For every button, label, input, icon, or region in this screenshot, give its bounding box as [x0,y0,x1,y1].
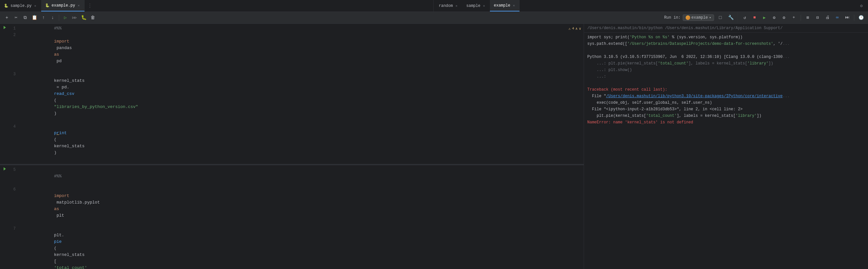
op-bracket1: [ [54,259,57,264]
warning-up[interactable]: ∧ [576,27,578,31]
fn-print: print [54,131,67,135]
tab-close-example[interactable]: ✕ [77,3,81,8]
str-total: 'total_count' [54,265,87,269]
add-right-button[interactable]: + [789,14,798,22]
tab-example-right[interactable]: example ✕ [490,0,520,11]
editor-pane: 1 #%% ⚠ 4 ∧ ∨ 2 i [0,24,584,269]
cell-1-run-button[interactable] [0,24,9,164]
cell-2: 5 #%% 6 import matplotlib.pyplot as plt [0,165,584,269]
delete-button[interactable]: 🗑 [89,14,97,22]
move-up-button[interactable]: ↑ [39,14,48,22]
op-paren: ( [54,98,57,103]
dropdown-arrow: ▾ [709,16,711,20]
out-link-file[interactable]: /Users/denis.mashutin/lib/python3.10/sit… [606,94,783,99]
out-line-python-ver: Python 3.10.5 (v3.10.5:f377153967, Jun 6… [587,54,865,60]
op-p1: ( [54,246,57,251]
tab-close-sample-right[interactable]: ✕ [483,3,486,8]
tab-close-example-right[interactable]: ✕ [512,3,516,8]
alias-plt: plt [54,213,64,218]
right-tab-bar: random ✕ sample ✕ example ✕ ⚙ [433,0,868,11]
tab-close-random[interactable]: ✕ [455,3,458,8]
arg-kernel-stats: kernel_stats [54,144,85,149]
tab-sample-py[interactable]: 🐍 sample.py ✕ [0,0,41,11]
tab-close-sample[interactable]: ✕ [34,3,37,8]
keyword-import: import [54,39,69,44]
run-right-button[interactable]: ▶ [760,14,769,22]
module-name: pandas [54,46,74,50]
paste-button[interactable]: 📋 [30,14,38,22]
stop-button[interactable]: ■ [750,14,759,22]
out-line-prompt3: ...: [587,73,865,80]
str-filename: "libraries_by_python_version.csv" [54,104,138,109]
tab-bar: 🐍 sample.py ✕ 🐍 example.py ✕ ⋮ random ✕ … [0,0,868,12]
out-line-pie-call: plt.pie(kernel_stats['total_count'], lab… [587,113,865,119]
keyword-as2: as [54,207,59,211]
op-assign: = pd. [54,85,69,90]
line-6: 6 import matplotlib.pyplot as plt [9,186,584,225]
line-num-2: 2 [9,32,18,38]
cell-2-lines: 5 #%% 6 import matplotlib.pyplot as plt [9,165,584,269]
cell-1-lines: 1 #%% ⚠ 4 ∧ ∨ 2 i [9,24,584,164]
tab-example-py[interactable]: 🐍 example.py ✕ [41,0,85,11]
indent-button[interactable]: ⊞ [804,14,812,22]
warning-icon: ⚠ [569,27,571,31]
line-3-content: kernel_stats = pd. read_csv ( "libraries… [18,71,584,124]
plt-ref: plt. [54,233,64,238]
line-5-content: #%% [18,167,584,186]
out-line-3 [587,47,865,54]
run-all-right-button[interactable]: ⚙ [770,14,778,22]
copy-button[interactable]: ⧉ [21,14,29,22]
toolbar-left-buttons: + ✂ ⧉ 📋 ↑ ↓ ▷ ▷▷ 🐛 🗑 [3,14,663,22]
settings-right-button[interactable]: ⚙ [780,14,788,22]
toolbar-row: + ✂ ⧉ 📋 ↑ ↓ ▷ ▷▷ 🐛 🗑 Run in: example ▾ □… [0,12,868,24]
history-button[interactable]: 🕐 [857,14,865,22]
out-line-nameerror: NameError: name 'kernel_stats' is not de… [587,119,865,126]
cut-button[interactable]: ✂ [12,14,20,22]
run-cell-button[interactable]: ▷ [61,14,70,22]
camera-button[interactable]: □ [716,14,724,22]
line-7: 7 plt. pie ( kernel_stats [ 'total_count… [9,225,584,269]
output-path: /Users/denis.mashutin/bin/python /Users/… [584,24,868,33]
debug-button[interactable]: 🐛 [80,14,88,22]
warning-down[interactable]: ∨ [579,27,581,31]
var-kernel-stats: kernel_stats [54,78,85,83]
python-icon: 🐍 [4,4,8,8]
keyword-import2: import [54,193,69,198]
cell-warning: ⚠ 4 ∧ ∨ [569,27,584,31]
keyword-as: as [54,52,59,57]
out-line-1: import sys; print('Python %s on %s' % (s… [587,34,865,41]
cell-2-run-button[interactable] [0,165,9,269]
toolbar-separator [59,15,59,21]
more-tabs-icon[interactable]: ⋮ [87,3,92,9]
tab-label: random [439,4,453,8]
outdent-button[interactable]: ⊟ [813,14,822,22]
left-tab-bar: 🐍 sample.py ✕ 🐍 example.py ✕ ⋮ [0,0,433,11]
tab-random[interactable]: random ✕ [435,0,462,11]
kernel-select[interactable]: example ▾ [683,15,714,21]
output-content: import sys; print('Python %s on %s' % (s… [584,33,868,127]
rt-sep2 [854,15,854,21]
op-paren-close: ) [54,111,57,116]
run-all-button[interactable]: ▷▷ [70,14,79,22]
tab-sample[interactable]: sample ✕ [462,0,490,11]
right-tab-actions: ⚙ [858,2,868,10]
line-num-1: 1 [9,25,18,32]
code-editor[interactable]: 1 #%% ⚠ 4 ∧ ∨ 2 i [0,24,584,269]
fn-pie: pie [54,239,61,244]
settings-tool-button[interactable]: 🔧 [726,14,735,22]
tab-label: sample.py [10,4,32,8]
rt-sep1 [801,15,801,21]
fn-read-csv: read_csv [54,91,74,96]
cell-marker-2: #%% [54,174,61,179]
print-button[interactable]: 🖨 [823,14,832,22]
run-triangle-icon-2 [4,167,6,170]
settings-icon[interactable]: ⚙ [858,2,865,10]
next-button[interactable]: ⏭ [843,14,851,22]
refresh-button[interactable]: ↺ [741,14,749,22]
out-line-exec: exec(code_obj, self.user_global_ns, self… [587,100,865,106]
move-down-button[interactable]: ↓ [49,14,57,22]
line-2-content: import pandas as pd [18,32,584,71]
add-cell-button[interactable]: + [3,14,11,22]
line-num-7: 7 [9,225,18,232]
var-inspector-button[interactable]: ∞ [833,14,841,22]
